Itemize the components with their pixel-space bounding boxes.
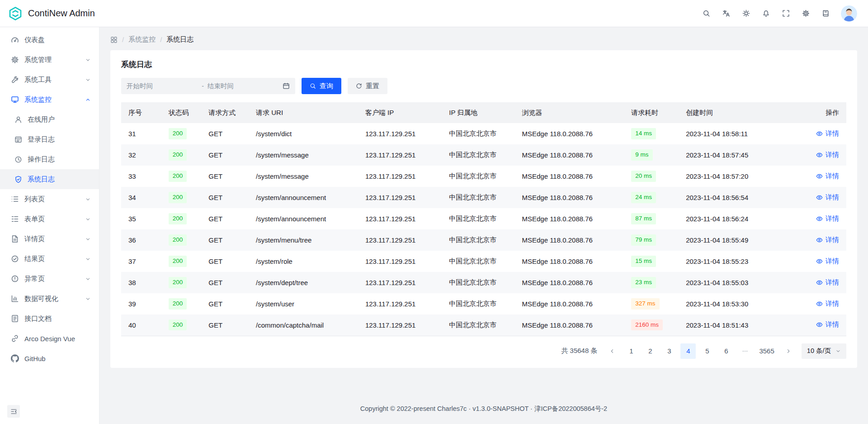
content: / 系统监控 / 系统日志 系统日志 - 查询 重置: [99, 27, 868, 424]
cell-status: 200: [161, 144, 202, 166]
cell-browser: MSEdge 118.0.2088.76: [514, 166, 624, 187]
detail-link[interactable]: 详情: [816, 320, 839, 329]
cell-browser: MSEdge 118.0.2088.76: [514, 314, 624, 336]
pagination-page-6[interactable]: 6: [718, 343, 734, 359]
filter-row: - 查询 重置: [121, 78, 846, 94]
detail-link[interactable]: 详情: [816, 129, 839, 138]
sidebar-item[interactable]: 系统监控: [0, 90, 99, 110]
pagination-next-button[interactable]: [781, 343, 796, 359]
topbar: ContiNew Admin: [0, 0, 868, 27]
pagination-page-1[interactable]: 1: [623, 343, 639, 359]
detail-link[interactable]: 详情: [816, 278, 839, 287]
topbar-actions: [698, 5, 857, 22]
fullscreen-button[interactable]: [778, 5, 794, 22]
log-row: 40200GET/common/captcha/mail123.117.129.…: [121, 314, 846, 336]
eye-icon: [816, 237, 823, 243]
book-icon: [822, 10, 830, 17]
reset-button[interactable]: 重置: [348, 78, 387, 94]
cell-browser: MSEdge 118.0.2088.76: [514, 293, 624, 314]
sidebar-item[interactable]: 详情页: [0, 229, 99, 249]
sidebar-subitem[interactable]: 系统日志: [0, 169, 99, 189]
sidebar-item[interactable]: 数据可视化: [0, 289, 99, 309]
sidebar-subitem-label: 操作日志: [28, 155, 55, 164]
pagination-page-3[interactable]: 3: [661, 343, 677, 359]
api-icon: [11, 314, 19, 323]
search-button[interactable]: [698, 5, 714, 22]
cell-action: 详情: [799, 251, 846, 272]
detail-link[interactable]: 详情: [816, 214, 839, 223]
log-table: 序号状态码请求方式请求 URI客户端 IPIP 归属地浏览器请求耗时创建时间操作…: [121, 102, 846, 336]
sidebar-item[interactable]: Arco Design Vue: [0, 329, 99, 348]
cell-action: 详情: [799, 166, 846, 187]
gear-icon: [802, 10, 810, 17]
sidebar-item[interactable]: 结果页: [0, 249, 99, 269]
cell-action: 详情: [799, 229, 846, 251]
logo-icon: [8, 6, 23, 21]
chevron-down-icon: [85, 77, 91, 83]
cell-browser: MSEdge 118.0.2088.76: [514, 272, 624, 293]
sidebar-item[interactable]: 列表页: [0, 189, 99, 209]
user-avatar[interactable]: [841, 5, 857, 22]
cell-duration: 2160 ms: [624, 314, 679, 336]
sidebar-subitem-label: 系统日志: [28, 175, 55, 184]
sun-icon: [742, 10, 750, 17]
cell-browser: MSEdge 118.0.2088.76: [514, 187, 624, 208]
start-time-input[interactable]: [127, 82, 198, 90]
detail-link[interactable]: 详情: [816, 172, 839, 181]
sidebar-item[interactable]: 仪表盘: [0, 30, 99, 50]
duration-badge: 14 ms: [631, 128, 656, 139]
sidebar-subitem[interactable]: 操作日志: [0, 149, 99, 169]
sidebar-item[interactable]: GitHub: [0, 348, 99, 368]
chevron-down-icon: [85, 216, 91, 222]
pagination-page-5[interactable]: 5: [699, 343, 715, 359]
settings-button[interactable]: [797, 5, 814, 22]
sidebar-item[interactable]: 表单页: [0, 209, 99, 229]
cell-no: 32: [121, 144, 161, 166]
cell-client-ip: 123.117.129.251: [358, 123, 442, 144]
cell-client-ip: 123.117.129.251: [358, 166, 442, 187]
page-size-select[interactable]: 10 条/页: [802, 343, 846, 359]
search-button[interactable]: 查询: [302, 78, 341, 94]
cell-browser: MSEdge 118.0.2088.76: [514, 144, 624, 166]
end-time-input[interactable]: [208, 82, 279, 90]
sidebar-item-label: 结果页: [24, 255, 80, 263]
pagination-page-3565[interactable]: 3565: [756, 343, 777, 359]
theme-toggle-button[interactable]: [738, 5, 754, 22]
column-header: 客户端 IP: [358, 102, 442, 123]
translate-button[interactable]: [718, 5, 734, 22]
status-badge: 200: [169, 256, 187, 267]
log-row: 39200GET/system/user123.117.129.251中国北京北…: [121, 293, 846, 314]
cell-ip-region: 中国北京北京市: [442, 251, 514, 272]
pagination-page-4[interactable]: 4: [680, 343, 696, 359]
sidebar-item[interactable]: 接口文档: [0, 309, 99, 329]
detail-link[interactable]: 详情: [816, 257, 839, 266]
chevron-down-icon: [835, 348, 841, 354]
detail-link[interactable]: 详情: [816, 193, 839, 202]
duration-badge: 9 ms: [631, 149, 652, 160]
breadcrumb-item-monitor[interactable]: 系统监控: [128, 35, 156, 44]
sidebar-item[interactable]: 系统管理: [0, 50, 99, 70]
github-icon: [11, 354, 19, 362]
cell-method: GET: [201, 166, 249, 187]
detail-link[interactable]: 详情: [816, 151, 839, 159]
detail-link[interactable]: 详情: [816, 300, 839, 308]
notifications-button[interactable]: [758, 5, 774, 22]
breadcrumb-separator: /: [160, 36, 162, 43]
docs-button[interactable]: [817, 5, 834, 22]
status-badge: 200: [169, 171, 187, 181]
detail-link[interactable]: 详情: [816, 236, 839, 244]
cell-duration: 79 ms: [624, 229, 679, 251]
sidebar-item[interactable]: 系统工具: [0, 70, 99, 90]
date-range-picker[interactable]: -: [121, 78, 295, 94]
collapse-sidebar-button[interactable]: [7, 405, 20, 418]
pagination-page-2[interactable]: 2: [642, 343, 658, 359]
sidebar-menu: 仪表盘系统管理系统工具系统监控在线用户登录日志操作日志系统日志列表页表单页详情页…: [0, 30, 99, 400]
sidebar-item[interactable]: 异常页: [0, 269, 99, 289]
cell-method: GET: [201, 208, 249, 229]
search-button-label: 查询: [320, 82, 333, 91]
pagination-prev-button[interactable]: [604, 343, 620, 359]
page-size-value: 10 条/页: [807, 347, 831, 355]
sidebar-subitem[interactable]: 登录日志: [0, 129, 99, 149]
column-header: 浏览器: [514, 102, 624, 123]
sidebar-subitem[interactable]: 在线用户: [0, 110, 99, 129]
